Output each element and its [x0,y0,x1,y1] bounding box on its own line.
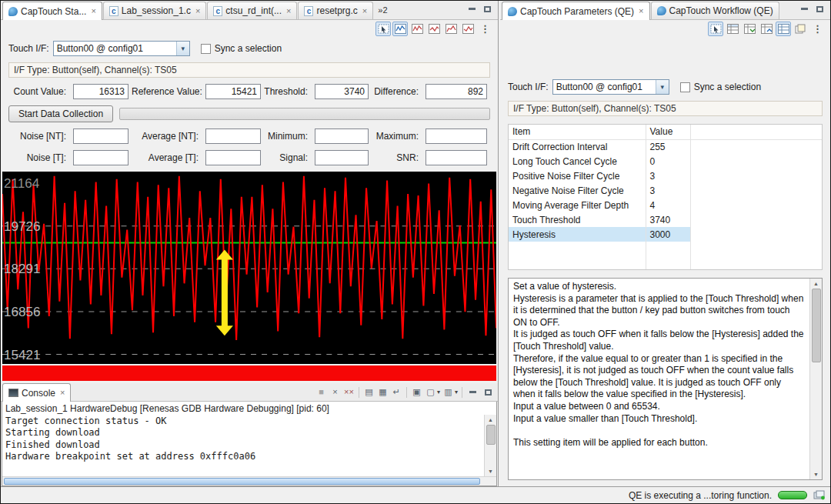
tab-captouch-workflow[interactable]: CapTouch Workflow (QE) [651,2,779,19]
minimize-button[interactable] [466,3,479,15]
param-item[interactable]: Touch Threshold [509,212,646,227]
scrollbar-track[interactable] [485,425,496,466]
view-menu-icon[interactable]: ⋮ [477,23,493,35]
difference-field[interactable]: 892 [426,84,487,99]
progress-view-icon[interactable] [813,490,826,500]
remove-all-launches-icon[interactable]: ×× [343,388,355,396]
chevron-down-icon[interactable]: ▾ [455,389,458,396]
tab-console[interactable]: Console × [2,383,71,402]
chevron-down-icon[interactable]: ▾ [656,80,669,94]
noise-t-field[interactable] [73,150,128,165]
tab-captouch-status[interactable]: CapTouch Sta... × [2,2,102,20]
scroll-lock-icon[interactable]: ▦ [377,388,389,396]
view-menu-icon[interactable]: ⋮ [809,23,826,35]
graph-tool-icon-2[interactable] [426,22,442,36]
param-row[interactable]: Moving Average Filter Depth4 [509,198,822,212]
console-vertical-scrollbar[interactable]: ▲ ▼ [484,415,496,476]
terminate-icon[interactable]: ■ [315,388,327,396]
param-value[interactable]: 3000 [646,227,690,242]
tab-captouch-parameters[interactable]: CapTouch Parameters (QE) × [502,2,650,20]
word-wrap-icon[interactable]: ↵ [391,388,402,396]
column-header-value[interactable]: Value [646,125,690,139]
open-console-icon[interactable]: ▥ [442,388,454,396]
param-row[interactable]: Negative Noise Filter Cycle3 [509,183,822,198]
scrollbar-track[interactable] [810,289,822,469]
table-import-icon[interactable] [742,22,757,36]
touch-if-combo[interactable]: Button00 @ config01 ▾ [53,41,190,56]
param-value[interactable]: 0 [646,154,690,169]
close-icon[interactable]: × [286,7,291,15]
scroll-up-icon[interactable]: ▲ [488,415,493,425]
table-sync-icon[interactable] [776,22,791,36]
minimize-button[interactable] [466,386,479,398]
select-graph-tool-icon[interactable] [375,22,391,36]
reference-value-field[interactable]: 15421 [205,84,261,99]
graph-tool-icon-1[interactable] [409,22,425,36]
column-header-item[interactable]: Item [509,125,646,139]
average-nt-field[interactable] [205,129,261,144]
console-horizontal-scrollbar[interactable] [2,476,496,486]
minimize-button[interactable] [798,3,811,15]
close-icon[interactable]: × [91,7,95,15]
param-row[interactable]: Positive Noise Filter Cycle3 [509,169,822,183]
pointer-tool-icon[interactable] [708,22,723,36]
display-console-icon[interactable]: ▢ [425,388,436,396]
maximize-button[interactable] [813,3,826,15]
maximize-button[interactable] [481,3,494,15]
tab-ctsu-rd-int-c[interactable]: c ctsu_rd_int(... × [207,2,297,19]
param-value[interactable]: 4 [646,198,690,212]
param-value[interactable]: 3 [646,169,690,183]
param-item[interactable]: Long Touch Cancel Cycle [509,154,646,169]
tab-overflow-chevron[interactable]: »2 [374,5,391,15]
close-icon[interactable]: × [362,7,367,15]
param-value[interactable]: 255 [646,139,690,154]
param-item[interactable]: Hysteresis [509,227,646,242]
table-edit-icon[interactable] [725,22,740,36]
noise-nt-field[interactable] [73,129,128,144]
chevron-down-icon[interactable]: ▾ [176,42,189,55]
threshold-field[interactable]: 3740 [315,84,369,99]
param-item[interactable]: Negative Noise Filter Cycle [509,183,646,198]
start-data-collection-button[interactable]: Start Data Collection [8,105,113,122]
count-value-field[interactable]: 16313 [73,84,128,99]
table-export-icon[interactable] [759,22,774,36]
param-row[interactable]: Drift Correction Interval255 [509,139,822,154]
param-value[interactable]: 3740 [646,212,690,227]
param-row[interactable]: Hysteresis3000 [509,227,822,242]
chevron-down-icon[interactable]: ▾ [437,389,440,396]
scroll-up-icon[interactable]: ▲ [813,279,819,289]
close-icon[interactable]: × [639,7,643,15]
param-row[interactable]: Touch Threshold3740 [509,212,822,227]
maximize-button[interactable] [482,386,495,398]
param-item[interactable]: Drift Correction Interval [509,139,646,154]
average-t-field[interactable] [205,150,261,165]
monitor-graph-tool-icon[interactable] [392,22,408,36]
param-item[interactable]: Moving Average Filter Depth [509,198,646,212]
sync-selection-checkbox[interactable] [680,82,690,92]
graph-tool-icon-4[interactable] [460,22,476,36]
maximum-field[interactable] [426,129,487,144]
tab-resetprg-c[interactable]: c resetprg.c × [298,2,373,19]
touch-if-combo[interactable]: Button00 @ config01 ▾ [552,79,669,95]
sync-selection-checkbox[interactable] [201,44,211,54]
close-icon[interactable]: × [195,7,200,15]
remove-launch-icon[interactable]: × [329,388,341,396]
scrollbar-thumb[interactable] [486,425,496,445]
copy-parameters-icon[interactable] [793,22,808,36]
scroll-down-icon[interactable]: ▼ [488,466,493,476]
tab-lab-session-1-c[interactable]: c Lab_session_1.c × [103,2,207,19]
clear-console-icon[interactable]: ▤ [363,388,375,396]
scroll-down-icon[interactable]: ▼ [813,469,819,479]
param-item[interactable]: Positive Noise Filter Cycle [509,169,646,183]
scrollbar-thumb[interactable] [4,478,480,485]
param-value[interactable]: 3 [646,183,690,198]
pin-console-icon[interactable]: ▣ [411,388,422,396]
description-vertical-scrollbar[interactable]: ▲ ▼ [809,279,822,479]
minimum-field[interactable] [315,129,369,144]
param-row[interactable]: Long Touch Cancel Cycle0 [509,154,822,169]
graph-tool-icon-3[interactable] [443,22,459,36]
signal-field[interactable] [315,150,369,165]
close-icon[interactable]: × [60,389,65,397]
snr-field[interactable] [426,150,487,165]
scrollbar-thumb[interactable] [812,289,821,362]
